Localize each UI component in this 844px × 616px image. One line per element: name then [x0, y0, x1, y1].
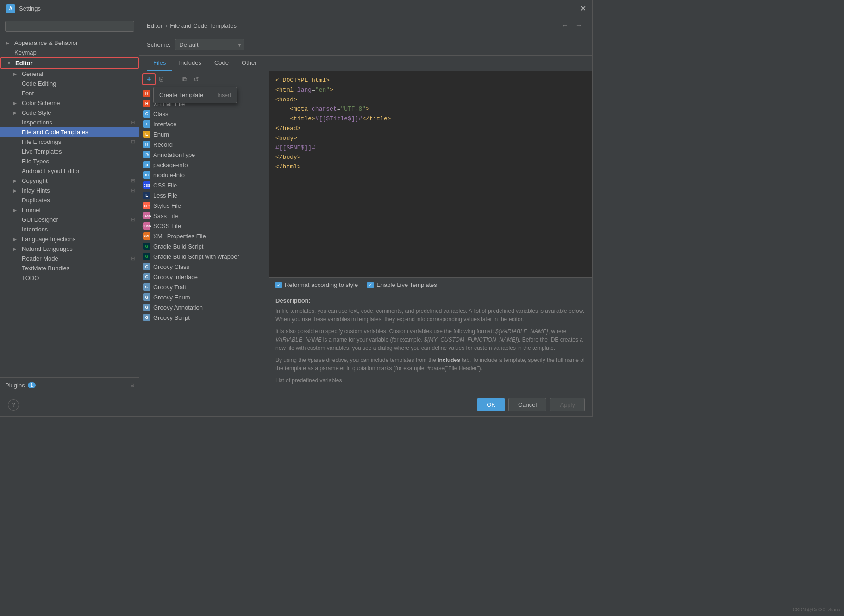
sidebar-item-code-style[interactable]: ▶ Code Style — [0, 108, 139, 118]
sidebar-item-keymap[interactable]: ▶ Keymap — [0, 48, 139, 57]
file-item-css[interactable]: CSS CSS File — [139, 180, 269, 190]
code-editor[interactable]: <!DOCTYPE html> <html lang="en"> <head> … — [269, 71, 592, 277]
sidebar-item-gui-designer[interactable]: ▶ GUI Designer ⊟ — [0, 215, 139, 224]
live-templates-checkbox-box: ✓ — [367, 282, 374, 288]
file-item-scss[interactable]: SCSS SCSS File — [139, 221, 269, 231]
sidebar-item-general[interactable]: ▶ General — [0, 69, 139, 79]
sidebar-item-label: Inlay Hints — [22, 187, 50, 194]
sidebar-item-todo[interactable]: ▶ TODO — [0, 273, 139, 283]
sidebar-item-color-scheme[interactable]: ▶ Color Scheme — [0, 98, 139, 108]
scheme-select[interactable]: Default Project — [175, 39, 244, 50]
sidebar-item-natural-languages[interactable]: ▶ Natural Languages — [0, 244, 139, 254]
apply-button[interactable]: Apply — [550, 398, 585, 411]
reset-template-button[interactable]: ↺ — [191, 74, 202, 85]
file-item-groovy-enum[interactable]: G Groovy Enum — [139, 292, 269, 302]
file-item-groovy-class[interactable]: G Groovy Class — [139, 261, 269, 272]
sidebar-item-inlay-hints[interactable]: ▶ Inlay Hints ⊟ — [0, 186, 139, 195]
sidebar-bottom: Plugins 1 ⊟ — [0, 377, 139, 393]
sidebar-item-editor[interactable]: ▼ Editor — [0, 57, 139, 69]
file-item-stylus[interactable]: STY Stylus File — [139, 200, 269, 211]
nav-back-button[interactable]: ← — [559, 21, 571, 30]
sidebar-item-language-injections[interactable]: ▶ Language Injections — [0, 234, 139, 244]
sidebar-item-appearance[interactable]: ▶ Appearance & Behavior — [0, 38, 139, 48]
sidebar-item-code-editing[interactable]: ▶ Code Editing — [0, 79, 139, 88]
sidebar-item-plugins[interactable]: Plugins 1 — [5, 380, 36, 390]
file-item-xml-properties[interactable]: XML XML Properties File — [139, 231, 269, 241]
breadcrumb-parent: Editor — [147, 22, 163, 29]
sidebar-item-label: Copyright — [22, 177, 48, 184]
file-item-groovy-annotation[interactable]: G Groovy Annotation — [139, 302, 269, 312]
close-button[interactable]: ✕ — [579, 5, 587, 12]
arrow-icon: ▶ — [13, 237, 20, 242]
code-line-7: <body> — [275, 134, 586, 143]
file-item-name: Less File — [153, 192, 177, 199]
sidebar-item-reader-mode[interactable]: ▶ Reader Mode ⊟ — [0, 254, 139, 263]
tab-includes[interactable]: Includes — [172, 56, 207, 71]
nav-forward-button[interactable]: → — [573, 21, 585, 30]
title-bar-left: A Settings — [6, 4, 41, 13]
html-file-icon: H — [143, 90, 150, 97]
file-item-class[interactable]: C Class — [139, 109, 269, 119]
tab-files[interactable]: Files — [147, 56, 172, 71]
copy-template-button[interactable]: ⎘ — [156, 74, 166, 85]
nav-buttons: ← → — [559, 21, 585, 30]
sidebar-item-file-templates[interactable]: ▶ File and Code Templates — [0, 127, 139, 137]
groovy-trait-icon: G — [143, 283, 150, 291]
sidebar-item-font[interactable]: ▶ Font — [0, 88, 139, 98]
sidebar-item-textmate[interactable]: ▶ TextMate Bundles — [0, 263, 139, 273]
sidebar-item-live-templates[interactable]: ▶ Live Templates — [0, 147, 139, 156]
arrow-icon: ▶ — [6, 41, 13, 45]
class-file-icon: C — [143, 110, 150, 118]
create-template-label: Create Template — [159, 92, 203, 99]
sidebar-item-label: Duplicates — [22, 197, 50, 204]
tab-code[interactable]: Code — [208, 56, 235, 71]
search-input[interactable] — [5, 21, 134, 32]
sidebar-item-copyright[interactable]: ▶ Copyright ⊟ — [0, 176, 139, 186]
add-template-button[interactable]: + — [142, 73, 156, 85]
reformat-checkbox[interactable]: ✓ Reformat according to style — [275, 281, 358, 288]
tab-other[interactable]: Other — [235, 56, 263, 71]
file-item-sass[interactable]: SASS Sass File — [139, 211, 269, 221]
code-line-9: </body> — [275, 153, 586, 162]
groovy-annotation-icon: G — [143, 304, 150, 311]
file-item-groovy-interface[interactable]: G Groovy Interface — [139, 272, 269, 282]
sidebar-item-label: Appearance & Behavior — [14, 39, 78, 46]
ok-button[interactable]: OK — [477, 398, 505, 411]
checkboxes-row: ✓ Reformat according to style ✓ Enable L… — [269, 277, 592, 292]
remove-template-button[interactable]: — — [167, 74, 179, 85]
module-file-icon: m — [143, 171, 150, 179]
file-item-enum[interactable]: E Enum — [139, 129, 269, 139]
file-item-package-info[interactable]: p package-info — [139, 160, 269, 170]
xhtml-file-icon: H — [143, 100, 150, 107]
live-templates-checkbox[interactable]: ✓ Enable Live Templates — [367, 281, 437, 288]
scss-file-icon: SCSS — [143, 222, 150, 230]
file-item-less[interactable]: L Less File — [139, 190, 269, 200]
sidebar-item-file-types[interactable]: ▶ File Types — [0, 156, 139, 166]
sidebar-item-duplicates[interactable]: ▶ Duplicates — [0, 195, 139, 205]
file-item-name: Groovy Interface — [153, 274, 198, 280]
file-item-interface[interactable]: I Interface — [139, 119, 269, 129]
create-template-item[interactable]: Create Template Insert — [154, 89, 237, 101]
code-line-4: <meta charset="UTF-8"> — [275, 105, 586, 114]
gradle-file-icon: G — [143, 243, 150, 250]
sidebar-item-intentions[interactable]: ▶ Intentions — [0, 224, 139, 234]
file-item-groovy-script[interactable]: G Groovy Script — [139, 312, 269, 323]
cancel-button[interactable]: Cancel — [508, 398, 546, 411]
file-item-module-info[interactable]: m module-info — [139, 170, 269, 180]
app-icon: A — [6, 4, 15, 13]
file-item-groovy-trait[interactable]: G Groovy Trait — [139, 282, 269, 292]
search-bar — [0, 17, 139, 36]
description-panel: Description: In file templates, you can … — [269, 292, 592, 393]
desc-para-1: In file templates, you can use text, cod… — [275, 307, 586, 324]
sidebar-item-emmet[interactable]: ▶ Emmet — [0, 205, 139, 215]
description-text: In file templates, you can use text, cod… — [275, 307, 586, 385]
file-item-annotation[interactable]: @ AnnotationType — [139, 149, 269, 160]
file-item-gradle-wrapper[interactable]: G Gradle Build Script with wrapper — [139, 251, 269, 261]
sidebar-item-android-layout[interactable]: ▶ Android Layout Editor — [0, 166, 139, 176]
duplicate-template-button[interactable]: ⧉ — [180, 74, 190, 85]
help-button[interactable]: ? — [8, 399, 19, 411]
file-item-gradle-build[interactable]: G Gradle Build Script — [139, 241, 269, 251]
sidebar-item-inspections[interactable]: ▶ Inspections ⊟ — [0, 118, 139, 127]
sidebar-item-file-encodings[interactable]: ▶ File Encodings ⊟ — [0, 137, 139, 147]
file-item-record[interactable]: R Record — [139, 139, 269, 149]
